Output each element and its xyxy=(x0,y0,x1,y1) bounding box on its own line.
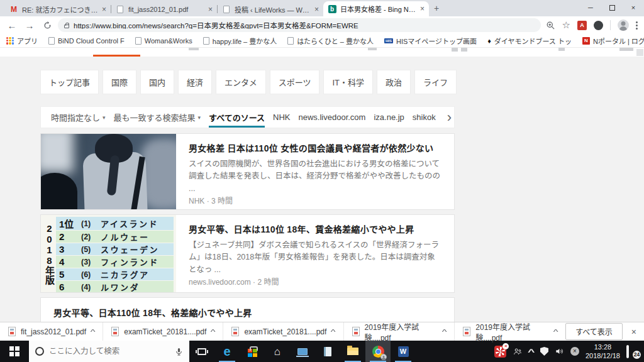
filter-scroll-right-icon[interactable]: › xyxy=(443,107,452,128)
category-sports[interactable]: スポーツ xyxy=(270,70,320,94)
tab-gmail[interactable]: M RE: 就活カフェにつきまして すてっぷ × xyxy=(5,2,111,16)
show-all-downloads-button[interactable]: すべて表示 xyxy=(565,323,623,340)
taskbar-app-laptop[interactable] xyxy=(290,341,315,362)
article-card[interactable]: 男女格差 日本は110位 女性の国会議員や経営者が依然少ない スイスの国際機関が… xyxy=(40,133,455,210)
speaker-icon[interactable] xyxy=(555,347,564,356)
source-filter-shikoku[interactable]: shikok xyxy=(413,112,436,122)
ranking-row: 1位(1)アイスランド xyxy=(56,217,174,230)
minimize-button[interactable]: ─ xyxy=(580,0,601,15)
task-view-button[interactable] xyxy=(189,341,214,362)
bookmark-star-icon[interactable]: ☆ xyxy=(562,19,570,31)
article-title[interactable]: 男女平等、日本は110位 18年、賃金格差縮小でやや上昇 xyxy=(189,222,441,235)
people-icon[interactable] xyxy=(513,347,523,356)
category-life[interactable]: ライフ xyxy=(414,70,457,94)
bookmarks-bar: アプリ BiND Cloud Control F Woman&Works hap… xyxy=(0,34,644,48)
chrome-menu-icon[interactable] xyxy=(636,21,638,30)
clipped-page-header xyxy=(0,48,644,57)
bookmark-his[interactable]: HISHISマイページトップ画面 xyxy=(384,36,477,46)
bookmark-bind[interactable]: BiND Cloud Control F xyxy=(48,37,125,45)
download-item[interactable]: fit_jass2012_01.pdf ^ xyxy=(0,322,103,341)
category-it-science[interactable]: IT・科学 xyxy=(323,70,373,94)
source-filter-livedoor[interactable]: news.livedoor.com xyxy=(298,112,365,122)
chevron-up-icon[interactable]: ^ xyxy=(442,328,447,336)
bookmark-nportal[interactable]: NNポータル | ログイン xyxy=(582,36,644,46)
toolbar-icons: ☆ A xyxy=(546,19,638,31)
download-item[interactable]: 2019年度入学試験....pdf ^ xyxy=(455,322,565,341)
tab-pdf[interactable]: fit_jass2012_01.pdf × xyxy=(111,2,217,16)
download-item[interactable]: examTicket_20181....pdf ^ xyxy=(223,322,343,341)
taskbar-clock[interactable]: 13:28 2018/12/18 xyxy=(586,343,620,361)
hidden-icons-chevron[interactable]: ^ xyxy=(528,347,535,356)
taskbar-search-box[interactable] xyxy=(29,341,189,362)
source-filter-iza[interactable]: iza.ne.jp xyxy=(374,112,404,122)
taskbar-app-edge[interactable]: e xyxy=(214,341,240,362)
close-icon[interactable]: × xyxy=(420,5,425,13)
chevron-up-icon[interactable]: ^ xyxy=(331,328,336,336)
taskbar-app-store[interactable] xyxy=(240,341,265,362)
bookmark-happylife[interactable]: happy.life – 豊かな人 xyxy=(203,36,277,46)
close-icon[interactable]: × xyxy=(102,6,106,13)
close-downloads-bar-icon[interactable]: × xyxy=(631,327,636,337)
address-bar[interactable] xyxy=(58,18,541,32)
time-filter-dropdown[interactable]: 時間指定なし▾ xyxy=(51,111,106,123)
close-window-button[interactable]: × xyxy=(623,0,644,15)
taskbar-app-word[interactable]: W xyxy=(391,341,416,362)
category-top[interactable]: トップ記事 xyxy=(40,70,99,94)
start-button[interactable] xyxy=(0,341,29,362)
download-item[interactable]: examTicket_20181....pdf ^ xyxy=(103,322,223,341)
article-card[interactable]: 2018年版 1位(1)アイスランド 2(2)ノルウェー 3(5)スウェーデン … xyxy=(40,214,455,293)
sort-filter-dropdown[interactable]: 最も一致する検索結果▾ xyxy=(114,111,201,123)
new-tab-button[interactable]: + xyxy=(434,3,439,13)
source-filter-nhk[interactable]: NHK xyxy=(273,112,290,122)
chevron-up-icon[interactable]: ^ xyxy=(211,328,216,336)
chevron-up-icon[interactable]: ^ xyxy=(553,328,558,336)
url-input[interactable] xyxy=(74,21,535,29)
close-icon[interactable]: × xyxy=(208,6,213,13)
bookmark-womanworks[interactable]: Woman&Works xyxy=(135,37,192,45)
defender-shield-icon[interactable] xyxy=(540,347,548,356)
tray-app-icon[interactable]: × xyxy=(494,346,506,358)
chevron-up-icon[interactable]: ^ xyxy=(91,328,96,336)
close-icon[interactable]: × xyxy=(314,6,319,13)
taskbar-app-chrome[interactable] xyxy=(365,341,391,362)
apps-shortcut[interactable]: アプリ xyxy=(6,36,38,46)
ranking-thumbnail[interactable]: 2018年版 1位(1)アイスランド 2(2)ノルウェー 3(5)スウェーデン … xyxy=(41,215,176,292)
article-card[interactable]: 男女平等、日本110位 18年、格差縮小でやや上昇 ダボス会議で知られるスイスの… xyxy=(40,297,455,322)
article-thumbnail[interactable] xyxy=(41,134,176,209)
taskbar-search-input[interactable] xyxy=(49,347,170,356)
pdf-file-icon xyxy=(463,327,470,336)
profile-avatar[interactable] xyxy=(618,19,629,31)
download-item[interactable]: 2019年度入学試験....pdf ^ xyxy=(344,322,455,341)
taskbar-app-notebook[interactable] xyxy=(315,341,340,362)
back-button[interactable]: ← xyxy=(5,18,19,32)
adobe-extension-icon[interactable]: A xyxy=(577,21,587,30)
source-filter-all-active[interactable]: すべてのソース xyxy=(209,107,265,128)
extension-icon[interactable] xyxy=(594,21,603,30)
action-center-button[interactable]: 24 xyxy=(626,346,639,357)
article-title[interactable]: 男女格差 日本は110位 女性の国会議員や経営者が依然少ない xyxy=(189,141,441,154)
taskbar-app-home[interactable]: ⌂ xyxy=(265,341,290,362)
reload-button[interactable] xyxy=(40,18,54,32)
category-world[interactable]: 国際 xyxy=(103,70,136,94)
notebook-icon xyxy=(324,347,331,356)
clipped-header-remnant xyxy=(461,48,467,52)
bookmark-hatarakuhito[interactable]: はたらくひと – 豊かな人 xyxy=(287,36,374,46)
category-domestic[interactable]: 国内 xyxy=(140,70,174,94)
article-source: NHK · 3 時間 xyxy=(189,195,441,206)
taskbar-app-file-explorer[interactable] xyxy=(340,341,365,362)
category-economy[interactable]: 経済 xyxy=(178,70,212,94)
zoom-icon[interactable] xyxy=(546,21,555,30)
tab-wordpress[interactable]: 投稿 ‹ LifeWorks — WordPress × xyxy=(218,2,323,16)
tab-bing-news-active[interactable]: b 日本男女格差 - Bing News × xyxy=(323,1,429,16)
ranking-rows: 1位(1)アイスランド 2(2)ノルウェー 3(5)スウェーデン 4(3)フィン… xyxy=(56,217,174,290)
maximize-button[interactable] xyxy=(601,0,623,15)
forward-button[interactable]: → xyxy=(23,18,36,32)
eject-icon[interactable]: × xyxy=(570,347,579,356)
lock-icon xyxy=(64,25,69,28)
scrollbar-arrow[interactable] xyxy=(636,49,643,56)
category-politics[interactable]: 政治 xyxy=(377,70,411,94)
category-entertainment[interactable]: エンタメ xyxy=(216,70,266,94)
bookmark-diamond[interactable]: ♦ダイヤモンドブース トッ xyxy=(487,36,572,46)
article-title[interactable]: 男女平等、日本110位 18年、格差縮小でやや上昇 xyxy=(53,306,441,319)
microphone-icon[interactable] xyxy=(175,347,183,356)
